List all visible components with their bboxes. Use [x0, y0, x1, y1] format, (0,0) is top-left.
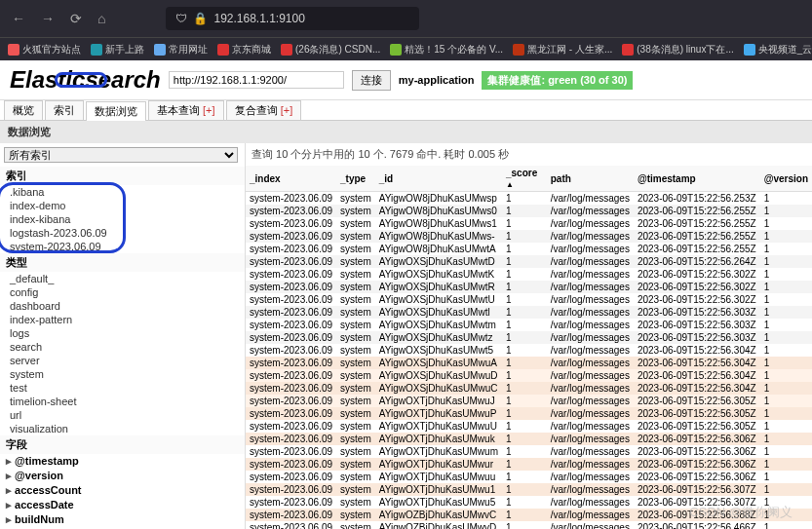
bookmark-item[interactable]: 新手上路 — [91, 43, 144, 57]
types-item[interactable]: search — [0, 340, 245, 354]
cluster-name: my-application — [399, 74, 475, 86]
table-row[interactable]: system-2023.06.09systemAYigwOW8jDhuKasUM… — [246, 192, 812, 206]
url-text: 192.168.1.1:9100 — [213, 12, 304, 25]
results-table: _index_type_id_scorepath@timestamp@versi… — [246, 166, 812, 529]
table-row[interactable]: system-2023.06.09systemAYigwOXSjDhuKasUM… — [246, 331, 812, 344]
indices-item[interactable]: system-2023.06.09 — [0, 240, 245, 253]
reload-icon[interactable]: ⟳ — [66, 7, 86, 30]
table-row[interactable]: system-2023.06.09systemAYigwOXSjDhuKasUM… — [246, 268, 812, 281]
table-row[interactable]: system-2023.06.09systemAYigwOXTjDhuKasUM… — [246, 407, 812, 420]
indices-item[interactable]: .kibana — [0, 185, 245, 199]
table-row[interactable]: system-2023.06.09systemAYigwOXSjDhuKasUM… — [246, 319, 812, 331]
index-select[interactable]: 所有索引 — [4, 147, 238, 163]
bookmark-item[interactable]: 央视频道_云计算 — [744, 43, 812, 57]
bookmark-item[interactable]: 火狐官方站点 — [8, 43, 81, 57]
indices-item[interactable]: index-demo — [0, 199, 245, 212]
table-row[interactable]: system-2023.06.09systemAYigwOXSjDhuKasUM… — [246, 306, 812, 319]
watermark: CSDN @微你阑义 — [689, 504, 793, 521]
types-item[interactable]: server — [0, 354, 245, 367]
tab-0[interactable]: 概览 — [4, 100, 43, 120]
table-row[interactable]: system-2023.06.09systemAYigwOW8jDhuKasUM… — [246, 243, 812, 255]
types-item[interactable]: config — [0, 285, 245, 299]
table-row[interactable]: system-2023.06.09systemAYigwOXTjDhuKasUM… — [246, 395, 812, 407]
fields-item[interactable]: @version — [0, 469, 245, 483]
table-row[interactable]: system-2023.06.09systemAYigwOXTjDhuKasUM… — [246, 458, 812, 471]
indices-item[interactable]: index-kibana — [0, 212, 245, 226]
col-path[interactable]: path — [547, 166, 634, 192]
bookmark-item[interactable]: 京东商城 — [217, 43, 271, 57]
back-icon[interactable]: ← — [8, 7, 29, 30]
types-item[interactable]: system — [0, 367, 245, 381]
table-row[interactable]: system-2023.06.09systemAYigwOXTjDhuKasUM… — [246, 420, 812, 433]
lock-icon: 🔒 — [193, 12, 208, 25]
col-_index[interactable]: _index — [246, 166, 336, 192]
sidebar: 所有索引 索引 .kibanaindex-demoindex-kibanalog… — [0, 143, 246, 529]
types-item[interactable]: dashboard — [0, 299, 245, 313]
types-item[interactable]: url — [0, 408, 245, 422]
section-fields: 字段 — [0, 435, 245, 454]
table-row[interactable]: system-2023.06.09systemAYigwOXSjDhuKasUM… — [246, 357, 812, 369]
fields-item[interactable]: accessDate — [0, 498, 245, 512]
types-item[interactable]: visualization — [0, 422, 245, 435]
shield-icon: 🛡 — [175, 12, 187, 25]
main-tabs: 概览索引数据浏览基本查询 [+]复合查询 [+] — [0, 100, 812, 121]
subheader: 数据浏览 — [0, 121, 812, 143]
fields-item[interactable]: @timestamp — [0, 454, 245, 469]
table-row[interactable]: system-2023.06.09systemAYigwOXSjDhuKasUM… — [246, 281, 812, 293]
table-row[interactable]: system-2023.06.09systemAYigwOZBjDhuKasUM… — [246, 521, 812, 529]
table-row[interactable]: system-2023.06.09systemAYigwOXSjDhuKasUM… — [246, 255, 812, 268]
indices-item[interactable]: logstash-2023.06.09 — [0, 226, 245, 240]
table-row[interactable]: system-2023.06.09systemAYigwOXTjDhuKasUM… — [246, 471, 812, 483]
home-icon[interactable]: ⌂ — [94, 7, 109, 30]
bookmark-item[interactable]: 精选！15 个必备的 V... — [390, 43, 503, 57]
bookmark-item[interactable]: 黑龙江网 - 人生家... — [513, 43, 612, 57]
types-item[interactable]: logs — [0, 326, 245, 340]
tab-1[interactable]: 索引 — [45, 100, 84, 120]
cluster-url-input[interactable] — [169, 71, 344, 89]
table-row[interactable]: system-2023.06.09systemAYigwOXTjDhuKasUM… — [246, 433, 812, 445]
col-@version[interactable]: @version — [760, 166, 812, 192]
section-types: 类型 — [0, 253, 245, 272]
types-item[interactable]: test — [0, 381, 245, 395]
col-_type[interactable]: _type — [336, 166, 375, 192]
table-row[interactable]: system-2023.06.09systemAYigwOW8jDhuKasUM… — [246, 205, 812, 217]
browser-nav-bar: ← → ⟳ ⌂ 🛡 🔒 192.168.1.1:9100 — [0, 0, 812, 37]
fields-item[interactable]: accessCount — [0, 483, 245, 498]
table-row[interactable]: system-2023.06.09systemAYigwOXSjDhuKasUM… — [246, 382, 812, 395]
table-row[interactable]: system-2023.06.09systemAYigwOXSjDhuKasUM… — [246, 293, 812, 306]
table-row[interactable]: system-2023.06.09systemAYigwOXTjDhuKasUM… — [246, 445, 812, 458]
forward-icon[interactable]: → — [37, 7, 58, 30]
col-_score[interactable]: _score — [502, 166, 547, 192]
table-row[interactable]: system-2023.06.09systemAYigwOW8jDhuKasUM… — [246, 217, 812, 230]
col-_id[interactable]: _id — [375, 166, 502, 192]
types-item[interactable]: _default_ — [0, 272, 245, 285]
bookmark-item[interactable]: 常用网址 — [154, 43, 208, 57]
url-bar[interactable]: 🛡 🔒 192.168.1.1:9100 — [166, 7, 419, 30]
types-item[interactable]: timelion-sheet — [0, 395, 245, 408]
bookmark-item[interactable]: (26条消息) CSDN... — [281, 43, 380, 57]
results-panel: 查询 10 个分片中用的 10 个. 7679 命中. 耗时 0.005 秒 _… — [246, 143, 812, 529]
result-info: 查询 10 个分片中用的 10 个. 7679 命中. 耗时 0.005 秒 — [246, 143, 812, 166]
section-indices: 索引 — [0, 167, 245, 185]
col-@timestamp[interactable]: @timestamp — [634, 166, 760, 192]
types-item[interactable]: index-pattern — [0, 313, 245, 326]
bookmark-item[interactable]: (38条消息) linux下在... — [622, 43, 733, 57]
cluster-status: 集群健康值: green (30 of 30) — [482, 71, 633, 90]
bookmarks-bar: 火狐官方站点新手上路常用网址京东商城(26条消息) CSDN...精选！15 个… — [0, 37, 812, 60]
app-title: Elasticsearch — [10, 66, 161, 94]
connect-button[interactable]: 连接 — [352, 70, 391, 91]
table-row[interactable]: system-2023.06.09systemAYigwOXSjDhuKasUM… — [246, 369, 812, 382]
tab-4[interactable]: 复合查询 [+] — [226, 100, 302, 120]
table-row[interactable]: system-2023.06.09systemAYigwOW8jDhuKasUM… — [246, 230, 812, 243]
tab-3[interactable]: 基本查询 [+] — [148, 100, 224, 120]
tab-2[interactable]: 数据浏览 — [86, 101, 146, 121]
table-row[interactable]: system-2023.06.09systemAYigwOXTjDhuKasUM… — [246, 483, 812, 496]
app-header: Elasticsearch 连接 my-application 集群健康值: g… — [0, 60, 812, 100]
fields-item[interactable]: buildNum — [0, 512, 245, 527]
table-row[interactable]: system-2023.06.09systemAYigwOXSjDhuKasUM… — [246, 344, 812, 357]
